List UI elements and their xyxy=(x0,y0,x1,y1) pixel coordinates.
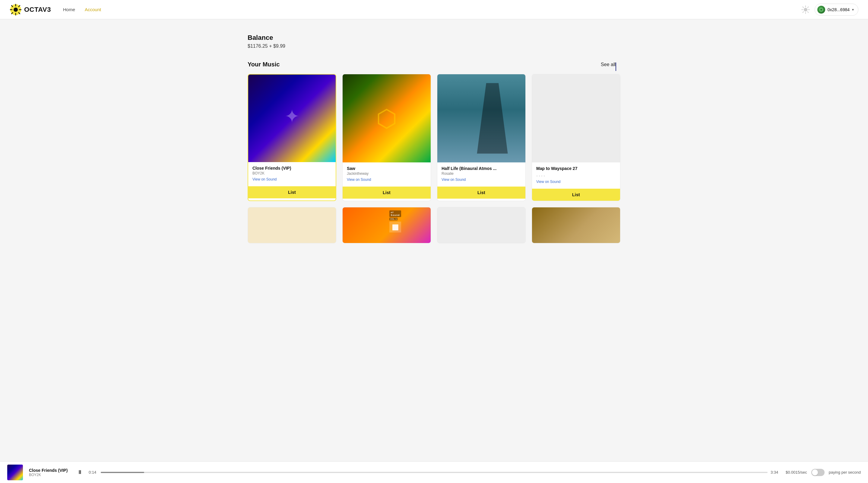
card-artist: Rosalie xyxy=(441,171,521,176)
card-artist-dots: .... xyxy=(536,171,616,178)
wallet-address: 0x28...6984 xyxy=(828,7,849,12)
list-button[interactable]: List xyxy=(248,186,336,198)
player-thumbnail xyxy=(7,464,23,480)
pause-button[interactable]: ⏸ xyxy=(77,469,83,476)
progress-bar-fill xyxy=(101,472,144,473)
music-card: Map to Wayspace 27 .... View on Sound Li… xyxy=(532,74,620,201)
music-card: 🕯🌿 xyxy=(532,207,620,243)
list-button[interactable]: List xyxy=(343,187,431,199)
card-artwork-sound: ofSound VOL. 1 ▦ xyxy=(343,207,431,243)
card-artwork-placeholder xyxy=(437,207,525,243)
view-on-sound-link[interactable]: View on Sound xyxy=(536,180,616,184)
card-artwork-half-life xyxy=(437,74,525,163)
balance-amount: $1176.25 + $9.99 xyxy=(248,44,620,49)
music-card: ofSound VOL. 1 ▦ xyxy=(342,207,431,243)
music-card: Saw Jackintheway View on Sound List xyxy=(342,74,431,201)
player-track-title: Close Friends (VIP) xyxy=(29,468,71,473)
card-title: Saw xyxy=(347,166,427,171)
balance-section: Balance $1176.25 + $9.99 xyxy=(248,34,620,49)
svg-point-20 xyxy=(820,9,822,10)
card-info: Close Friends (VIP) BOY2K View on Sound xyxy=(248,162,336,186)
card-title: Map to Wayspace 27 xyxy=(536,166,616,171)
paying-toggle[interactable] xyxy=(811,469,825,476)
card-info: Half Life (Binaural Atmos ... Rosalie Vi… xyxy=(437,163,525,187)
svg-point-1 xyxy=(13,7,18,12)
card-info: Map to Wayspace 27 .... View on Sound xyxy=(532,163,620,189)
player-bar: Close Friends (VIP) BOY2K ⏸ 0:14 3:34 $0… xyxy=(0,461,868,483)
card-info: Saw Jackintheway View on Sound xyxy=(343,163,431,187)
nav-home[interactable]: Home xyxy=(63,7,75,12)
view-on-sound-link[interactable]: View on Sound xyxy=(347,177,427,182)
music-card xyxy=(437,207,526,243)
card-artwork-dance: DANCE MUSIC 🎧 xyxy=(248,207,336,243)
music-card: Half Life (Binaural Atmos ... Rosalie Vi… xyxy=(437,74,526,201)
paying-label: paying per second xyxy=(829,470,861,475)
card-artwork-saw xyxy=(343,74,431,163)
time-total: 3:34 xyxy=(771,470,780,475)
avatar-inner-icon xyxy=(819,7,824,12)
player-progress: 0:14 3:34 xyxy=(89,470,780,475)
player-right: $0.0015/sec paying per second xyxy=(786,469,861,476)
svg-line-15 xyxy=(803,7,803,7)
main-content: Balance $1176.25 + $9.99 Your Music See … xyxy=(238,19,630,280)
music-card: DANCE MUSIC 🎧 xyxy=(248,207,336,243)
player-info: Close Friends (VIP) BOY2K xyxy=(29,468,71,477)
see-all-link[interactable]: See all xyxy=(601,62,620,67)
header-right: 0x28...6984 ▾ xyxy=(801,4,858,16)
main-nav: Home Account xyxy=(63,7,101,12)
music-card: Close Friends (VIP) BOY2K View on Sound … xyxy=(248,74,336,201)
your-music-section: Your Music See all Close Friends (VIP) B… xyxy=(248,61,620,243)
progress-bar[interactable] xyxy=(101,472,768,473)
player-track-artist: BOY2K xyxy=(29,473,71,477)
list-button[interactable]: List xyxy=(437,187,525,199)
card-title: Close Friends (VIP) xyxy=(252,166,332,171)
time-current: 0:14 xyxy=(89,470,98,475)
svg-line-18 xyxy=(803,11,803,12)
card-title: Half Life (Binaural Atmos ... xyxy=(441,166,521,171)
card-artist: BOY2K xyxy=(252,171,332,175)
view-on-sound-link[interactable]: View on Sound xyxy=(252,177,332,181)
chevron-down-icon: ▾ xyxy=(852,7,854,12)
section-header: Your Music See all xyxy=(248,61,620,68)
card-artwork-candles: 🕯🌿 xyxy=(532,207,620,243)
svg-point-10 xyxy=(804,8,807,11)
card-artwork-close-friends xyxy=(248,75,336,162)
balance-title: Balance xyxy=(248,34,620,42)
card-artwork-placeholder xyxy=(532,74,620,163)
view-on-sound-link[interactable]: View on Sound xyxy=(441,177,521,182)
player-controls: ⏸ xyxy=(77,469,83,476)
list-button[interactable]: List xyxy=(532,189,620,201)
wallet-avatar-icon xyxy=(817,6,825,13)
header: OCTAV3 Home Account 0x28...6984 xyxy=(0,0,868,19)
rate-label: $0.0015/sec xyxy=(786,470,807,475)
card-artist: Jackintheway xyxy=(347,171,427,176)
logo-text: OCTAV3 xyxy=(24,6,51,13)
your-music-title: Your Music xyxy=(248,61,280,68)
svg-line-16 xyxy=(807,11,808,12)
music-grid: Close Friends (VIP) BOY2K View on Sound … xyxy=(248,74,620,243)
nav-account[interactable]: Account xyxy=(85,7,101,12)
logo-area: OCTAV3 xyxy=(10,4,51,16)
svg-line-17 xyxy=(807,7,808,7)
wallet-button[interactable]: 0x28...6984 ▾ xyxy=(815,4,858,16)
logo-icon xyxy=(10,4,22,16)
theme-toggle-icon[interactable] xyxy=(801,5,810,14)
